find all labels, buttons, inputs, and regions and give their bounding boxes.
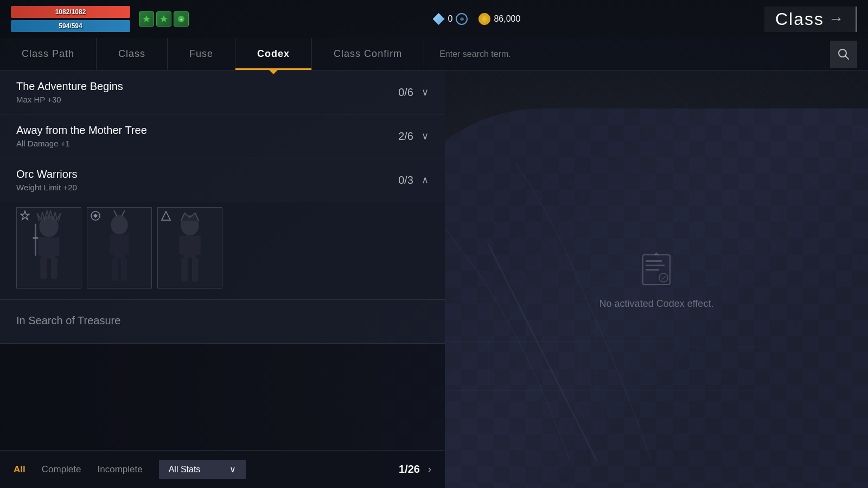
svg-rect-23 (54, 237, 60, 255)
codex-entry-1-progress: 2/6 ∨ (398, 130, 429, 143)
tab-class[interactable]: Class (97, 38, 168, 70)
main-content: The Adventure Begins Max HP +30 0/6 ∨ Aw… (0, 70, 868, 488)
codex-entry-3-name: In Search of Treasure (16, 314, 429, 327)
gold-amount: 86,000 (494, 14, 520, 24)
svg-rect-22 (38, 237, 43, 255)
search-button[interactable] (830, 41, 857, 68)
codex-entry-1-stat: All Damage +1 (16, 139, 398, 148)
class-arrow-icon: → (828, 10, 845, 28)
hp-bars: 1082/1082 594/594 (11, 6, 130, 32)
svg-rect-26 (40, 258, 47, 279)
tab-fuse[interactable]: Fuse (168, 38, 235, 70)
nav-tabs: Class Path Class Fuse Codex Class Confir… (0, 38, 868, 70)
next-page-button[interactable]: › (428, 464, 431, 475)
codex-entry-3: In Search of Treasure (0, 300, 445, 344)
codex-entry-0-count: 0/6 (398, 86, 413, 99)
stats-label: All Stats (169, 465, 201, 474)
svg-rect-25 (33, 237, 39, 239)
buff-icons: + (139, 11, 189, 27)
right-panel: No activated Codex effect. (445, 70, 868, 488)
codex-entry-2-stat: Weight Limit +20 (16, 183, 398, 192)
portrait-0-icon (20, 210, 30, 221)
codex-entry-0-header[interactable]: The Adventure Begins Max HP +30 0/6 ∨ (0, 70, 445, 114)
filter-all-button[interactable]: All (14, 461, 25, 478)
diamond-amount: 0 (448, 14, 453, 24)
portrait-0[interactable] (16, 207, 81, 288)
coin-icon (478, 13, 490, 25)
health-text: 1082/1082 (11, 6, 130, 18)
codex-entry-1: Away from the Mother Tree All Damage +1 … (0, 114, 445, 158)
page-display: 1/26 (399, 463, 420, 476)
class-label: Class (775, 9, 824, 29)
codex-book-icon (637, 249, 675, 287)
svg-rect-39 (179, 235, 184, 254)
portrait-2[interactable] (157, 207, 222, 288)
portrait-1[interactable] (87, 207, 152, 288)
codex-entry-0-name: The Adventure Begins (16, 80, 398, 93)
codex-entry-1-header[interactable]: Away from the Mother Tree All Damage +1 … (0, 114, 445, 158)
search-input[interactable] (435, 45, 825, 63)
codex-entry-2-header[interactable]: Orc Warriors Weight Limit +20 0/3 ∧ (0, 158, 445, 202)
filter-incomplete-button[interactable]: Incomplete (98, 461, 143, 478)
health-bar: 1082/1082 (11, 6, 130, 18)
codex-entry-1-info: Away from the Mother Tree All Damage +1 (16, 124, 398, 148)
portraits-section (0, 202, 445, 299)
svg-point-48 (659, 273, 668, 282)
add-diamond-button[interactable]: + (456, 13, 468, 25)
svg-rect-38 (183, 235, 196, 258)
search-area (424, 41, 868, 68)
codex-entry-2: Orc Warriors Weight Limit +20 0/3 ∧ (0, 158, 445, 300)
codex-entry-3-info: In Search of Treasure (16, 314, 429, 329)
codex-entry-2-progress: 0/3 ∧ (398, 174, 429, 187)
tab-class-confirm[interactable]: Class Confirm (312, 38, 424, 70)
buff-icon-1 (139, 11, 154, 27)
svg-rect-31 (110, 234, 115, 254)
svg-rect-27 (51, 258, 58, 279)
svg-rect-41 (181, 258, 188, 281)
tab-class-path[interactable]: Class Path (0, 38, 97, 70)
top-bar: 1082/1082 594/594 + 0 + 8 (0, 0, 868, 38)
svg-rect-32 (124, 234, 129, 254)
codex-entry-2-info: Orc Warriors Weight Limit +20 (16, 168, 398, 192)
svg-line-18 (845, 56, 848, 59)
svg-rect-40 (195, 235, 201, 254)
codex-entry-0-stat: Max HP +30 (16, 95, 398, 104)
class-button[interactable]: Class → (764, 7, 857, 32)
filter-complete-button[interactable]: Complete (42, 461, 81, 478)
codex-entry-0-progress: 0/6 ∨ (398, 86, 429, 99)
svg-text:+: + (180, 17, 183, 22)
chevron-up-icon-2: ∧ (422, 174, 429, 186)
codex-entry-0: The Adventure Begins Max HP +30 0/6 ∨ (0, 70, 445, 114)
svg-point-20 (39, 216, 58, 237)
codex-entry-0-info: The Adventure Begins Max HP +30 (16, 80, 398, 104)
codex-entry-1-name: Away from the Mother Tree (16, 124, 398, 137)
svg-rect-42 (192, 258, 199, 281)
codex-entry-2-name: Orc Warriors (16, 168, 398, 181)
active-tab-indicator (269, 70, 278, 74)
gold-currency: 86,000 (478, 13, 520, 25)
no-effect-text: No activated Codex effect. (599, 298, 714, 310)
mana-text: 594/594 (11, 20, 130, 32)
mana-bar: 594/594 (11, 20, 130, 32)
chevron-down-icon-0: ∨ (422, 86, 429, 98)
svg-rect-30 (114, 234, 125, 258)
diamond-icon (433, 13, 445, 25)
buff-icon-3: + (174, 11, 189, 27)
chevron-down-icon: ∨ (229, 464, 236, 474)
tab-codex[interactable]: Codex (235, 38, 312, 70)
svg-rect-46 (646, 265, 665, 266)
svg-rect-34 (121, 259, 127, 281)
currency-area: 0 + 86,000 (433, 13, 521, 25)
codex-list: The Adventure Begins Max HP +30 0/6 ∨ Aw… (0, 70, 445, 488)
svg-point-29 (111, 215, 127, 234)
codex-entry-3-header[interactable]: In Search of Treasure (0, 300, 445, 343)
codex-entry-2-count: 0/3 (398, 174, 413, 187)
pagination: 1/26 › (399, 463, 431, 476)
stats-dropdown[interactable]: All Stats ∨ (159, 460, 246, 479)
portrait-1-icon (90, 210, 101, 221)
svg-marker-43 (162, 211, 170, 220)
diamond-currency: 0 + (433, 13, 468, 25)
codex-entry-1-count: 2/6 (398, 130, 413, 143)
svg-rect-21 (42, 237, 55, 258)
buff-icon-2 (156, 11, 171, 27)
